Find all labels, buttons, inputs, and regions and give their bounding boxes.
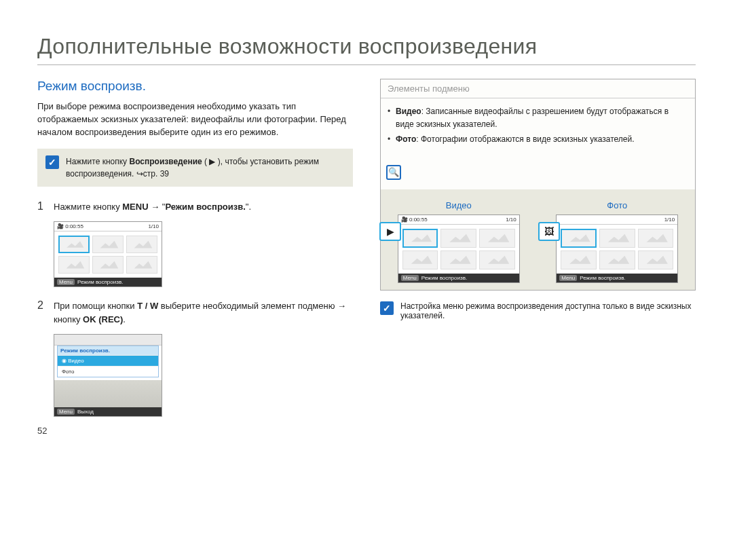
submenu-item-video: Видео: Записанные видеофайлы с разрешени… bbox=[396, 105, 685, 130]
counter: 1/10 bbox=[664, 217, 675, 223]
photo-callout-icon: 🖼 bbox=[538, 222, 560, 241]
step-2: 2 При помощи кнопки T / W выберите необх… bbox=[37, 299, 353, 326]
preview-label-photo: Фото bbox=[548, 200, 688, 210]
play-timer: 🎥 0:00:55 bbox=[57, 223, 83, 229]
menu-row-photo: Фото bbox=[58, 366, 158, 377]
info-note: ✓ Настройка меню режима воспроизведения … bbox=[380, 301, 696, 320]
submenu-box: Элементы подменю Видео: Записанные видео… bbox=[380, 79, 696, 291]
intro-text: При выборе режима воспроизведения необхо… bbox=[37, 100, 353, 139]
footer-label: Режим воспроизв. bbox=[580, 275, 625, 281]
step-1: 1 Нажмите кнопку MENU → "Режим воспроизв… bbox=[37, 200, 353, 214]
menu-tag: Menu bbox=[57, 409, 75, 415]
zoom-icon: 🔍 bbox=[386, 165, 401, 180]
menu-tag: Menu bbox=[401, 275, 419, 281]
exit-label: Выход bbox=[77, 409, 94, 415]
menu-popup-header: Режим воспроизв. bbox=[58, 346, 158, 355]
footer-label: Режим воспроизв. bbox=[421, 275, 467, 281]
menu-tag: Menu bbox=[57, 279, 75, 285]
page-number: 52 bbox=[37, 426, 47, 436]
thumbnail-screen-mock: 🎥 0:00:55 1/10 Menu Режим воспроизв. bbox=[54, 221, 162, 287]
counter: 1/10 bbox=[148, 223, 159, 229]
tip-box: ✓ Нажмите кнопку Воспроизведение ( ▶ ), … bbox=[37, 149, 353, 187]
menu-row-video: ◉ Видео bbox=[58, 355, 158, 366]
play-timer: 🎥 0:00:55 bbox=[401, 217, 428, 223]
menu-tag: Menu bbox=[559, 275, 577, 281]
submenu-item-photo: Фото: Фотографии отображаются в виде эск… bbox=[396, 133, 685, 146]
page-title: Дополнительные возможности воспроизведен… bbox=[37, 34, 696, 65]
play-callout-icon: ▶ bbox=[379, 222, 401, 241]
check-icon: ✓ bbox=[45, 155, 59, 169]
footer-label: Режим воспроизв. bbox=[77, 279, 123, 285]
check-icon: ✓ bbox=[380, 301, 394, 315]
preview-label-video: Видео bbox=[389, 200, 529, 210]
info-note-text: Настройка меню режима воспроизведения до… bbox=[400, 301, 696, 320]
counter: 1/10 bbox=[506, 217, 516, 223]
menu-screen-mock: Режим воспроизв. ◉ Видео Фото Menu Выход bbox=[54, 334, 162, 417]
step-number: 2 bbox=[37, 299, 47, 326]
section-heading: Режим воспроизв. bbox=[37, 79, 353, 94]
submenu-title: Элементы подменю bbox=[381, 79, 695, 98]
step-number: 1 bbox=[37, 200, 47, 214]
tip-text: Нажмите кнопку Воспроизведение ( ▶ ), чт… bbox=[66, 155, 345, 180]
